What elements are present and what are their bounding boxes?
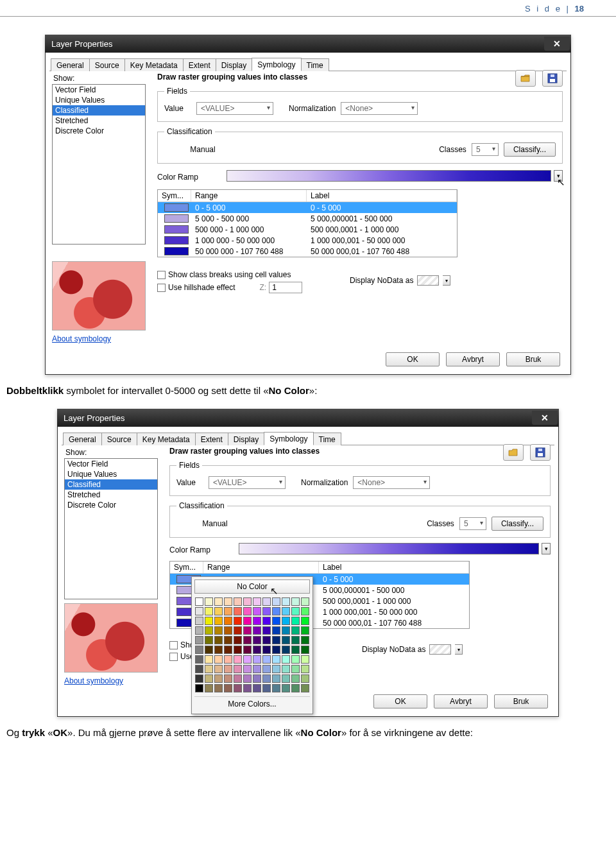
color-swatch[interactable] xyxy=(262,617,271,625)
class-swatch[interactable] xyxy=(164,225,189,234)
color-swatch[interactable] xyxy=(282,684,290,692)
color-swatch[interactable] xyxy=(262,665,271,673)
color-swatch[interactable] xyxy=(224,646,232,654)
color-swatch[interactable] xyxy=(301,665,309,673)
color-swatch[interactable] xyxy=(214,597,223,606)
color-swatch[interactable] xyxy=(282,617,290,625)
color-swatch[interactable] xyxy=(195,626,203,635)
class-breaks-table[interactable]: Sym...RangeLabel0 - 5 0000 - 5 0005 000 … xyxy=(157,189,458,257)
color-swatch[interactable] xyxy=(224,626,232,635)
color-swatch[interactable] xyxy=(195,665,203,673)
z-input[interactable] xyxy=(269,282,302,293)
color-swatch[interactable] xyxy=(195,684,203,692)
show-item-classified[interactable]: Classified xyxy=(65,479,157,490)
open-file-button[interactable] xyxy=(515,70,536,87)
show-item-vector-field[interactable]: Vector Field xyxy=(65,459,157,469)
value-combo[interactable]: <VALUE> xyxy=(209,476,286,489)
nodata-dropdown[interactable]: ▾ xyxy=(443,275,450,286)
nodata-dropdown[interactable]: ▾ xyxy=(455,644,463,655)
table-row[interactable]: 500 000 - 1 000 000500 000,0001 - 1 000 … xyxy=(158,224,457,235)
normalization-combo[interactable]: <None> xyxy=(341,102,418,115)
color-swatch[interactable] xyxy=(243,636,252,644)
color-swatch[interactable] xyxy=(272,597,280,606)
color-swatch[interactable] xyxy=(234,607,242,615)
color-swatch[interactable] xyxy=(205,617,213,625)
color-swatch[interactable] xyxy=(224,665,232,673)
show-item-stretched[interactable]: Stretched xyxy=(65,490,157,500)
color-swatch[interactable] xyxy=(234,626,242,635)
color-swatch[interactable] xyxy=(301,674,309,683)
color-swatch[interactable] xyxy=(301,626,309,635)
color-swatch[interactable] xyxy=(243,597,252,606)
color-swatch[interactable] xyxy=(205,597,213,606)
color-swatch[interactable] xyxy=(272,674,280,683)
color-swatch[interactable] xyxy=(291,646,300,654)
about-symbology-link[interactable]: About symbology xyxy=(52,334,146,343)
tab-extent[interactable]: Extent xyxy=(195,433,228,445)
color-swatch[interactable] xyxy=(214,617,223,625)
tab-time[interactable]: Time xyxy=(301,58,329,71)
color-swatch[interactable] xyxy=(253,636,261,644)
color-swatch[interactable] xyxy=(262,655,271,664)
nodata-swatch[interactable] xyxy=(417,275,439,286)
tab-key-metadata[interactable]: Key Metadata xyxy=(124,58,184,71)
color-swatch[interactable] xyxy=(243,655,252,664)
color-swatch[interactable] xyxy=(234,646,242,654)
color-swatch[interactable] xyxy=(243,665,252,673)
color-swatch[interactable] xyxy=(272,636,280,644)
color-swatch[interactable] xyxy=(282,636,290,644)
color-swatch[interactable] xyxy=(224,617,232,625)
color-swatch[interactable] xyxy=(195,617,203,625)
color-swatch[interactable] xyxy=(205,665,213,673)
color-swatch[interactable] xyxy=(301,636,309,644)
color-swatch[interactable] xyxy=(262,636,271,644)
tab-source[interactable]: Source xyxy=(101,433,137,445)
color-swatch[interactable] xyxy=(243,626,252,635)
color-ramp[interactable] xyxy=(239,543,539,554)
color-swatch[interactable] xyxy=(224,607,232,615)
color-swatch[interactable] xyxy=(253,655,261,664)
color-swatch[interactable] xyxy=(282,665,290,673)
table-row[interactable]: 5 000 - 500 0005 000,000001 - 500 000 xyxy=(158,213,457,224)
show-item-unique-values[interactable]: Unique Values xyxy=(65,469,157,479)
color-swatch[interactable] xyxy=(224,597,232,606)
color-swatch[interactable] xyxy=(224,636,232,644)
show-item-discrete-color[interactable]: Discrete Color xyxy=(53,126,145,136)
show-listbox[interactable]: Vector FieldUnique ValuesClassifiedStret… xyxy=(52,84,146,245)
color-swatch[interactable] xyxy=(243,684,252,692)
save-button[interactable] xyxy=(530,444,551,461)
color-swatch[interactable] xyxy=(234,674,242,683)
show-item-unique-values[interactable]: Unique Values xyxy=(53,95,145,105)
color-swatch[interactable] xyxy=(272,665,280,673)
color-swatch[interactable] xyxy=(214,665,223,673)
tab-display[interactable]: Display xyxy=(216,58,252,71)
color-swatch[interactable] xyxy=(205,655,213,664)
cancel-button[interactable]: Avbryt xyxy=(446,352,500,366)
no-color-button[interactable]: No Color ↖ xyxy=(194,579,310,594)
color-swatch[interactable] xyxy=(291,626,300,635)
color-swatch[interactable] xyxy=(301,607,309,615)
color-swatch[interactable] xyxy=(272,626,280,635)
tab-general[interactable]: General xyxy=(51,58,90,71)
color-ramp-dropdown[interactable]: ▾ xyxy=(554,170,563,182)
color-swatch[interactable] xyxy=(234,636,242,644)
color-swatch[interactable] xyxy=(301,646,309,654)
classify-button[interactable]: Classify... xyxy=(504,142,556,157)
color-swatch[interactable] xyxy=(214,636,223,644)
color-ramp-dropdown[interactable]: ▾ xyxy=(542,543,551,554)
color-swatch[interactable] xyxy=(262,674,271,683)
classify-button[interactable]: Classify... xyxy=(492,517,543,531)
color-swatch[interactable] xyxy=(205,684,213,692)
color-swatch[interactable] xyxy=(282,597,290,606)
color-swatch[interactable] xyxy=(253,646,261,654)
value-combo[interactable]: <VALUE> xyxy=(196,102,273,115)
open-file-button[interactable] xyxy=(503,444,524,461)
color-swatch[interactable] xyxy=(214,684,223,692)
tab-general[interactable]: General xyxy=(63,433,102,445)
color-swatch[interactable] xyxy=(291,684,300,692)
color-swatch[interactable] xyxy=(243,607,252,615)
show-item-vector-field[interactable]: Vector Field xyxy=(53,85,145,95)
color-ramp[interactable] xyxy=(227,170,551,182)
ok-button[interactable]: OK xyxy=(373,694,427,708)
color-swatch[interactable] xyxy=(282,655,290,664)
